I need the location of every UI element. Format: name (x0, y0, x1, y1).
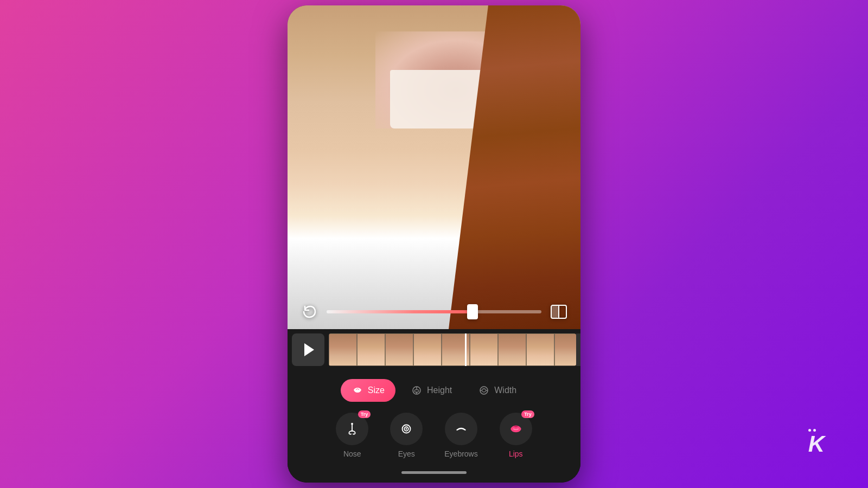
svg-point-12 (406, 428, 407, 430)
video-area (288, 5, 580, 329)
brand-logo: K (808, 429, 825, 455)
nose-icon (344, 421, 360, 437)
play-button[interactable] (292, 333, 324, 366)
progress-bar[interactable] (327, 310, 541, 313)
undo-icon (302, 304, 317, 319)
thumbnail-3 (385, 333, 413, 366)
progress-fill (327, 310, 473, 313)
logo-letter: K (808, 433, 825, 455)
height-icon-tab (411, 384, 423, 396)
bottom-panel: Size Height (288, 370, 580, 483)
timeline-strip (288, 329, 580, 370)
timeline-cursor (465, 333, 467, 366)
svg-point-9 (351, 423, 353, 425)
svg-rect-2 (552, 306, 558, 318)
eyes-label: Eyes (398, 450, 415, 458)
lips-icon-circle: Try (500, 413, 532, 445)
video-controls (288, 294, 580, 329)
icons-row: Try Nose (288, 413, 580, 458)
tab-width[interactable]: Width (467, 379, 527, 402)
tab-height[interactable]: Height (400, 379, 463, 402)
feature-eyebrows[interactable]: Eyebrows (444, 413, 477, 458)
compare-button[interactable] (548, 301, 570, 323)
width-icon-tab (478, 384, 490, 396)
thumbnail-6 (470, 333, 498, 366)
eyebrows-icon-circle (445, 413, 477, 445)
feature-lips[interactable]: Try Lips (500, 413, 532, 458)
thumbnail-2 (357, 333, 385, 366)
eyes-icon (398, 421, 414, 437)
nose-label: Nose (343, 450, 361, 458)
feature-eyes[interactable]: Eyes (390, 413, 423, 458)
progress-thumb[interactable] (467, 304, 478, 319)
tabs-row: Size Height (288, 379, 580, 402)
home-indicator (401, 471, 467, 474)
lips-icon (508, 421, 524, 437)
tab-size-label: Size (368, 386, 385, 395)
app-container: Size Height (288, 5, 580, 483)
timeline-rim (576, 333, 580, 366)
lips-label: Lips (509, 450, 523, 458)
play-icon (304, 343, 314, 356)
eyebrows-label: Eyebrows (444, 450, 477, 458)
eyes-icon-circle (390, 413, 423, 445)
tab-width-label: Width (494, 386, 516, 395)
nose-icon-circle: Try (336, 413, 368, 445)
thumbnails-container (329, 333, 576, 366)
tab-size[interactable]: Size (341, 379, 395, 402)
nose-try-badge: Try (358, 410, 371, 418)
thumbnail-8 (526, 333, 554, 366)
thumbnail-4 (413, 333, 442, 366)
undo-button[interactable] (298, 301, 320, 323)
tab-height-label: Height (427, 386, 452, 395)
thumbnail-1 (329, 333, 357, 366)
feature-nose[interactable]: Try Nose (336, 413, 368, 458)
thumbnail-7 (498, 333, 526, 366)
lips-icon-tab (352, 384, 363, 396)
eyebrows-icon (453, 421, 469, 437)
lips-try-badge: Try (521, 410, 534, 418)
thumbnail-9 (554, 333, 576, 366)
compare-icon (550, 303, 567, 320)
